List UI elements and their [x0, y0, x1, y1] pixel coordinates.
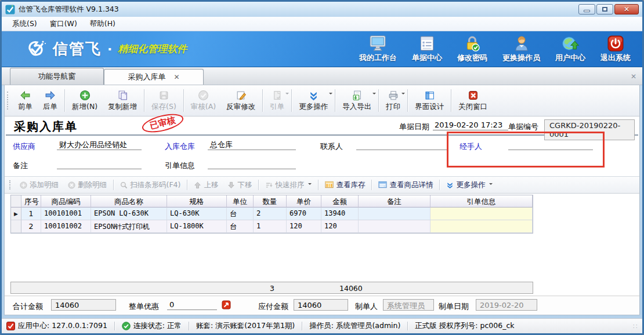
cell-unit[interactable]: 台 — [227, 207, 254, 220]
resize-grip-icon[interactable]: ⸬ — [633, 323, 638, 330]
col-amount[interactable]: 金额 — [321, 195, 359, 207]
prev-doc-button[interactable]: 前单 — [13, 87, 38, 114]
cell-product-code[interactable]: 100101001 — [41, 207, 91, 220]
col-seq[interactable]: 序号 — [21, 195, 41, 207]
new-button[interactable]: 新增(N) — [67, 87, 103, 114]
tab-function-nav[interactable]: 功能导航窗 — [10, 68, 104, 85]
unaudit-edit-button[interactable]: 反审修改 — [221, 87, 261, 114]
pull-doc-button[interactable]: 引单 — [265, 87, 290, 114]
cell-price[interactable]: 120 — [287, 220, 321, 233]
col-unit[interactable]: 单位 — [227, 195, 254, 207]
import-export-button[interactable]: 导入导出 — [337, 87, 377, 114]
col-price[interactable]: 单价 — [287, 195, 321, 207]
summary-amount-total: 14060 — [339, 284, 363, 293]
quick-sort-button[interactable]: 快速排序 — [261, 179, 316, 192]
ref-info-field[interactable] — [208, 159, 296, 169]
detail-table: 序号 商品编码 商品名称 规格 单位 数量 单价 金额 备注 引单信息 ▶ 1 … — [10, 195, 533, 234]
minimize-icon — [584, 10, 590, 12]
exit-system-button[interactable]: 退出系统 — [600, 35, 631, 63]
menu-window[interactable]: 窗口(W) — [44, 17, 83, 31]
col-remark[interactable]: 备注 — [359, 195, 430, 207]
cell-remark[interactable] — [359, 220, 430, 233]
row-selector[interactable]: ▶ — [11, 207, 21, 220]
tabstrip-close-icon[interactable]: ✕ — [631, 72, 636, 81]
document-center-button[interactable]: 单据中心 — [412, 35, 442, 63]
user-center-button[interactable]: 用户中心 — [555, 35, 585, 63]
cell-unit[interactable]: 台 — [227, 220, 254, 233]
cell-price[interactable]: 6970 — [287, 207, 321, 220]
col-qty[interactable]: 数量 — [254, 195, 287, 207]
cell-amount[interactable]: 13940 — [321, 207, 359, 220]
maker-label: 制单人 — [355, 301, 378, 312]
supplier-label[interactable]: 供应商 — [13, 141, 35, 152]
menu-system[interactable]: 系统(S) — [6, 17, 43, 31]
print-button[interactable]: 打印 — [381, 87, 406, 114]
cell-qty[interactable]: 1 — [254, 220, 287, 233]
save-button[interactable]: 保存(S) — [146, 87, 182, 114]
cell-ref-info[interactable] — [430, 207, 533, 220]
cell-amount[interactable]: 120 — [321, 220, 359, 233]
payable-field: 14060 — [294, 299, 348, 311]
cell-spec[interactable]: LQ-1800K — [167, 220, 227, 233]
minimize-button[interactable] — [578, 4, 595, 14]
quick-sort-dropdown-icon[interactable] — [308, 183, 312, 187]
import-export-icon — [352, 90, 363, 101]
cell-seq[interactable]: 1 — [21, 207, 41, 220]
import-export-dropdown-icon[interactable] — [372, 93, 376, 96]
cell-spec[interactable]: LQ-630K — [167, 207, 227, 220]
arrow-left-icon — [20, 90, 31, 101]
more-actions-button[interactable]: 更多操作 — [294, 87, 333, 114]
move-down-button[interactable]: 下移 — [223, 179, 256, 192]
close-button[interactable]: ✕ — [614, 4, 639, 14]
grid-more-dropdown-icon[interactable] — [489, 183, 493, 187]
grid-more-actions-button[interactable]: 更多操作 — [442, 179, 497, 192]
audit-button[interactable]: 审核(A) — [186, 87, 221, 114]
warehouse-label[interactable]: 入库仓库 — [165, 141, 195, 152]
next-doc-button[interactable]: 后单 — [38, 87, 63, 114]
contact-field[interactable] — [356, 140, 447, 150]
row-selector[interactable] — [11, 220, 21, 233]
discount-field[interactable]: 0 — [167, 299, 217, 310]
view-stock-button[interactable]: 查看库存 — [320, 179, 370, 192]
document-center-icon — [419, 35, 435, 52]
move-up-button[interactable]: 上移 — [189, 179, 223, 192]
restore-button[interactable] — [596, 4, 613, 14]
scan-barcode-button[interactable]: 扫描条形码(F4) — [115, 179, 185, 192]
copy-new-button[interactable]: 复制新增 — [103, 87, 142, 114]
add-detail-button[interactable]: 添加明细 — [15, 179, 63, 192]
ui-design-icon — [424, 90, 435, 101]
cell-seq[interactable]: 2 — [21, 220, 41, 233]
change-password-button[interactable]: 修改密码 — [457, 35, 487, 63]
app-center-logo-icon — [6, 322, 15, 330]
tab-purchase-inbound[interactable]: 采购入库单 ✕ — [104, 69, 204, 85]
cell-ref-info[interactable] — [430, 220, 533, 233]
ui-design-button[interactable]: 界面设计 — [410, 87, 449, 114]
pull-doc-dropdown-icon[interactable] — [285, 93, 289, 96]
view-product-detail-button[interactable]: 查看商品详情 — [374, 179, 437, 192]
close-window-button[interactable]: 关闭窗口 — [453, 87, 493, 114]
warehouse-field[interactable]: 总仓库 — [208, 140, 296, 150]
cell-qty[interactable]: 2 — [254, 207, 287, 220]
tab-close-icon[interactable]: ✕ — [173, 74, 179, 81]
print-dropdown-icon[interactable] — [401, 93, 405, 96]
supplier-field[interactable]: 财大办公用品经销处 — [57, 140, 142, 150]
grid-more-chevron-icon — [446, 181, 454, 189]
cell-product-name[interactable]: EPSON针式打印机 — [91, 220, 167, 233]
col-product-name[interactable]: 商品名称 — [91, 195, 167, 207]
workstation-button[interactable]: 我的工作台 — [359, 35, 397, 63]
col-ref-info[interactable]: 引单信息 — [430, 195, 533, 207]
doc-date-field[interactable]: 2019-02-20 17:23 — [433, 121, 508, 130]
brand-dot: · — [107, 42, 112, 56]
col-product-code[interactable]: 商品编码 — [41, 195, 91, 207]
remark-field[interactable] — [57, 159, 142, 169]
col-spec[interactable]: 规格 — [167, 195, 227, 207]
cell-remark[interactable] — [359, 207, 430, 220]
delete-detail-button[interactable]: 删除明细 — [63, 179, 111, 192]
apply-discount-button[interactable] — [222, 300, 231, 309]
cell-product-code[interactable]: 100101002 — [41, 220, 91, 233]
switch-operator-button[interactable]: 更换操作员 — [502, 35, 540, 63]
user-center-icon — [562, 35, 579, 52]
more-actions-dropdown-icon[interactable] — [329, 93, 332, 96]
cell-product-name[interactable]: EPSON LQ-630K — [91, 207, 167, 220]
menu-help[interactable]: 帮助(H) — [84, 17, 121, 31]
